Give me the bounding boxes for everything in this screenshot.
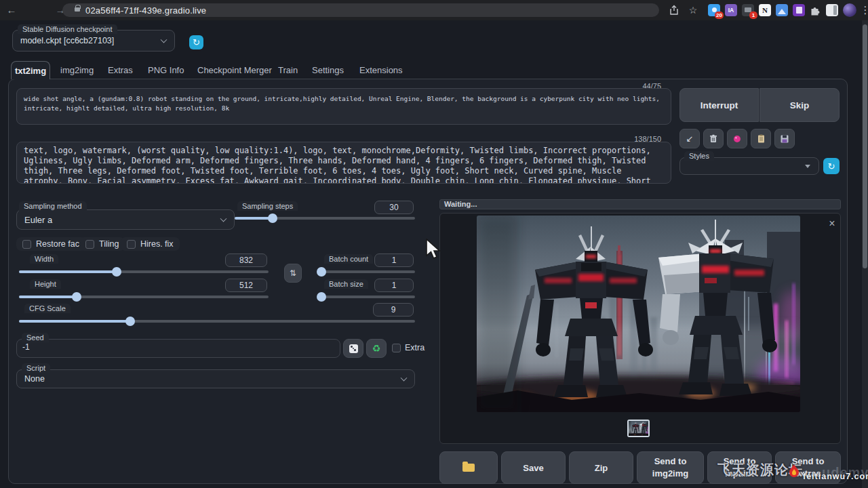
folder-icon [462, 464, 475, 472]
checkbox-icon[interactable] [85, 240, 94, 249]
tab-extensions[interactable]: Extensions [359, 65, 403, 75]
share-icon[interactable] [669, 5, 679, 16]
batch-count-label: Batch count [324, 254, 373, 264]
sampling-method-label: Sampling method [19, 201, 87, 211]
checkpoint-refresh-button[interactable]: ↻ [189, 35, 203, 49]
height-slider[interactable] [19, 292, 269, 302]
checkpoint-value: model.ckpt [cc6cb27103] [20, 36, 114, 45]
batch-size-label: Batch size [324, 279, 368, 289]
close-icon[interactable]: × [826, 218, 838, 230]
open-folder-button[interactable] [439, 451, 498, 484]
tiling-label: Tiling [99, 239, 119, 249]
extension-onenote-icon[interactable] [793, 4, 805, 16]
scrollbar-track[interactable] [862, 20, 868, 488]
flame-logo-icon [787, 464, 802, 479]
interrupt-button[interactable]: Interrupt [679, 88, 759, 122]
batch-size-value[interactable]: 1 [374, 279, 414, 292]
recycle-icon: ♻ [372, 343, 381, 354]
styles-dropdown[interactable]: Styles [679, 157, 819, 175]
note-shape [796, 7, 802, 14]
generated-image[interactable] [477, 216, 800, 412]
seed-label: Seed [22, 333, 49, 342]
width-value[interactable]: 832 [225, 253, 267, 267]
pin-badge: 20 [715, 12, 724, 19]
checkbox-icon[interactable] [22, 240, 31, 249]
sidebar-pane [833, 5, 837, 15]
skip-button[interactable]: Skip [760, 88, 840, 122]
extra-label: Extra [405, 343, 425, 352]
batch-count-value[interactable]: 1 [374, 253, 414, 267]
random-seed-button[interactable] [343, 339, 363, 358]
tiling-checkbox[interactable]: Tiling [79, 237, 125, 251]
chevron-down-icon [220, 216, 227, 222]
extensions-puzzle-icon[interactable] [809, 4, 821, 16]
scrollbar-thumb[interactable] [863, 24, 867, 268]
extension-ia-icon[interactable]: IA [725, 4, 737, 16]
styles-refresh-button[interactable]: ↻ [823, 158, 840, 174]
swap-dimensions-button[interactable]: ⇅ [284, 264, 302, 283]
sampling-method-dropdown[interactable]: Euler a [16, 209, 235, 230]
browser-menu-icon[interactable]: ⋮ [858, 0, 868, 20]
prompt-input[interactable]: wide shot angle, a (gundam:0.8) robot st… [16, 88, 671, 125]
extension-pin-icon[interactable]: 20 [708, 4, 720, 16]
styles-label: Styles [684, 151, 714, 161]
chevron-down-icon [161, 37, 167, 43]
screen: ← → ↻ 02a56ff4-71ff-439e.gradio.live ☆ 2… [0, 0, 868, 488]
arrow-down-left-icon: ↙ [686, 134, 694, 144]
checkbox-icon[interactable] [127, 240, 136, 249]
sampling-method-value: Euler a [24, 215, 52, 225]
swap-arrows-icon: ⇅ [290, 268, 296, 278]
watermark-domain-text: feitianwu7.com [803, 472, 868, 481]
extra-networks-button[interactable] [727, 129, 747, 148]
cfg-scale-slider[interactable] [19, 317, 415, 326]
reuse-seed-button[interactable]: ♻ [366, 339, 387, 358]
tab-settings[interactable]: Settings [312, 65, 344, 75]
mountain-shape [778, 9, 786, 14]
cfg-scale-value[interactable]: 9 [373, 303, 414, 317]
width-label: Width [30, 254, 58, 264]
clipboard-icon [757, 134, 765, 143]
checkbox-icon[interactable] [392, 344, 401, 352]
send-to-img2img-button[interactable]: Send to img2img [637, 451, 704, 484]
seed-field[interactable]: Seed [16, 339, 340, 358]
hires-fix-checkbox[interactable]: Hires. fix [121, 237, 180, 251]
paste-prompt-button[interactable]: ↙ [679, 129, 700, 148]
extension-notion-icon[interactable]: N [759, 4, 771, 16]
bookmark-star-icon[interactable]: ☆ [686, 0, 701, 20]
browser-toolbar: ← → ↻ 02a56ff4-71ff-439e.gradio.live ☆ 2… [0, 0, 868, 20]
apply-style-button[interactable] [751, 129, 771, 148]
tab-txt2img[interactable]: txt2img [11, 61, 50, 79]
address-bar[interactable]: 02a56ff4-71ff-439e.gradio.live [62, 3, 659, 17]
seed-extra-checkbox[interactable]: Extra [392, 343, 425, 352]
gallery-thumbnail[interactable] [627, 420, 650, 437]
batch-size-slider[interactable] [317, 292, 415, 302]
tab-img2img[interactable]: img2img [60, 65, 94, 75]
batch-count-slider[interactable] [317, 267, 415, 277]
width-slider[interactable] [19, 267, 269, 277]
save-button[interactable]: Save [501, 451, 566, 484]
height-label: Height [30, 279, 61, 289]
sidebar-toggle-icon[interactable] [826, 4, 838, 16]
dropdown-arrow-icon [805, 165, 810, 168]
save-style-button[interactable] [774, 129, 795, 148]
url-text[interactable]: 02a56ff4-71ff-439e.gradio.live [85, 5, 206, 16]
seed-input[interactable] [22, 342, 329, 352]
tab-train[interactable]: Train [278, 65, 298, 75]
tab-png-info[interactable]: PNG Info [148, 65, 184, 75]
hires-fix-label: Hires. fix [140, 239, 174, 249]
script-dropdown[interactable]: Script None [16, 369, 415, 388]
zip-button[interactable]: Zip [569, 451, 633, 484]
profile-avatar[interactable] [843, 3, 856, 17]
extension-photos-icon[interactable] [776, 4, 788, 16]
back-icon[interactable]: ← [4, 0, 19, 20]
tab-checkpoint-merger[interactable]: Checkpoint Merger [197, 65, 272, 75]
extension-screenshot-icon[interactable]: 1 [742, 4, 754, 16]
sampling-steps-slider[interactable] [235, 214, 415, 223]
sampling-steps-value[interactable]: 30 [374, 201, 414, 214]
tab-extras[interactable]: Extras [108, 65, 133, 75]
clear-prompt-button[interactable] [703, 129, 724, 148]
checkpoint-dropdown[interactable]: Stable Diffusion checkpoint model.ckpt [… [12, 30, 175, 52]
height-value[interactable]: 512 [225, 279, 267, 292]
negative-prompt-input[interactable]: text, logo, watermark, (worst quality, l… [16, 142, 671, 184]
dice-icon [349, 344, 358, 353]
